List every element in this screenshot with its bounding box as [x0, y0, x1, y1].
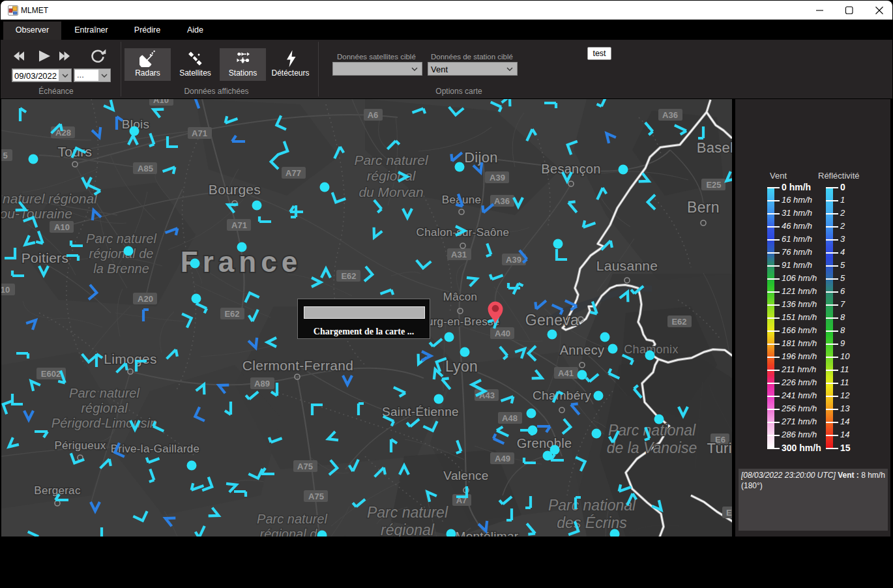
- svg-text:A71: A71: [231, 220, 247, 230]
- svg-text:A48: A48: [502, 413, 518, 423]
- svg-text:E62: E62: [341, 271, 356, 281]
- svg-text:A71: A71: [192, 128, 207, 138]
- svg-text:Parc naturel: Parc naturel: [86, 231, 156, 246]
- svg-text:E25: E25: [706, 180, 721, 190]
- svg-text:Parc national: Parc national: [548, 497, 636, 514]
- svg-text:A10: A10: [54, 222, 70, 232]
- svg-text:A41: A41: [558, 368, 574, 378]
- svg-text:Parc national: Parc national: [608, 422, 696, 439]
- svg-text:Mâcon: Mâcon: [443, 291, 478, 303]
- svg-text:A39: A39: [506, 255, 521, 265]
- svg-text:Périgord-Limousin: Périgord-Limousin: [51, 416, 157, 430]
- svg-text:régional de: régional de: [260, 527, 325, 537]
- svg-text:Limoges: Limoges: [104, 351, 156, 366]
- svg-text:Grenoble: Grenoble: [517, 436, 572, 450]
- svg-text:A89: A89: [254, 379, 270, 389]
- svg-text:régional de: régional de: [89, 246, 154, 261]
- svg-text:A40: A40: [495, 329, 510, 338]
- svg-text:Parc naturel: Parc naturel: [69, 386, 139, 400]
- svg-text:Parc naturel: Parc naturel: [354, 153, 429, 168]
- svg-text:Turin: Turin: [707, 440, 732, 456]
- svg-text:A36: A36: [494, 196, 510, 206]
- svg-text:A10: A10: [153, 99, 169, 105]
- svg-text:A20: A20: [138, 294, 153, 304]
- svg-text:E62: E62: [224, 309, 239, 319]
- svg-text:Périgueux: Périgueux: [54, 439, 106, 452]
- svg-text:Bern: Bern: [687, 199, 720, 216]
- svg-text:Parc naturel: Parc naturel: [257, 512, 327, 526]
- svg-text:A49: A49: [495, 454, 510, 463]
- svg-text:E7: E7: [726, 508, 732, 518]
- svg-text:Lausanne: Lausanne: [596, 258, 658, 273]
- svg-text:de la Vanoise: de la Vanoise: [607, 439, 697, 456]
- svg-text:Valence: Valence: [443, 469, 488, 482]
- svg-text:Parc naturel régional: Parc naturel régional: [1, 191, 98, 206]
- svg-text:A6: A6: [368, 110, 379, 120]
- svg-text:Annecy: Annecy: [560, 343, 605, 357]
- svg-text:A36: A36: [662, 110, 678, 120]
- svg-text:Brive-la-Gaillarde: Brive-la-Gaillarde: [111, 443, 200, 455]
- svg-text:Basel: Basel: [697, 140, 732, 156]
- svg-text:A39: A39: [490, 173, 505, 183]
- svg-text:5: 5: [3, 151, 7, 160]
- svg-text:du Morvan: du Morvan: [359, 184, 423, 199]
- svg-text:A28: A28: [55, 128, 71, 138]
- svg-text:A77: A77: [285, 168, 301, 178]
- svg-text:régional: régional: [81, 401, 128, 415]
- svg-text:Parc naturel: Parc naturel: [367, 504, 448, 521]
- svg-text:des Écrins: des Écrins: [557, 514, 627, 531]
- svg-text:A75: A75: [297, 462, 313, 471]
- svg-text:Clermont-Ferrand: Clermont-Ferrand: [242, 358, 354, 373]
- svg-text:régional: régional: [367, 168, 417, 183]
- svg-text:A85: A85: [138, 164, 153, 173]
- svg-text:E602: E602: [41, 369, 61, 379]
- svg-text:Lyon: Lyon: [445, 358, 478, 375]
- svg-text:A31: A31: [451, 250, 467, 259]
- svg-text:la Brenne: la Brenne: [93, 261, 149, 276]
- svg-text:E62: E62: [671, 317, 686, 327]
- svg-text:Geneva: Geneva: [525, 312, 579, 329]
- svg-text:10: 10: [1, 285, 10, 295]
- svg-text:Anjou-Touraine: Anjou-Touraine: [1, 206, 72, 221]
- svg-text:A75: A75: [308, 492, 324, 501]
- svg-text:Poitiers: Poitiers: [22, 250, 68, 265]
- svg-text:Chambéry: Chambéry: [533, 389, 591, 402]
- svg-text:Bourges: Bourges: [209, 182, 261, 197]
- svg-text:Saint-Étienne: Saint-Étienne: [382, 405, 459, 419]
